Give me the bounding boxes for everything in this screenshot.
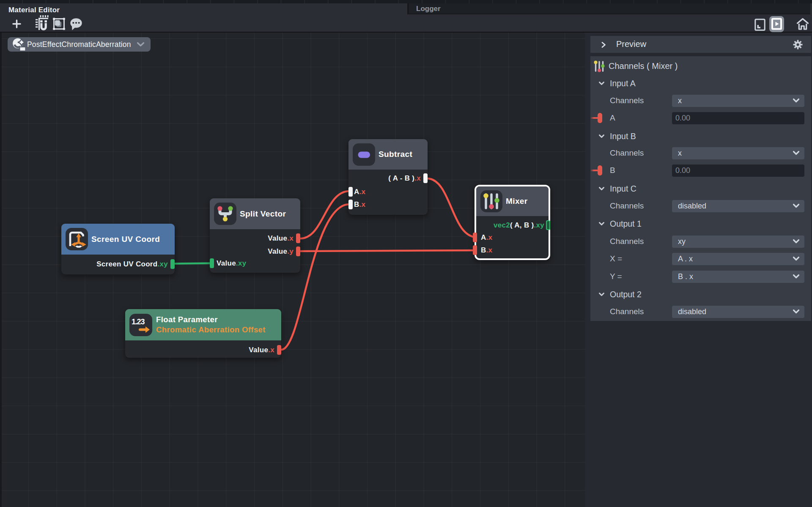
svg-text:1.23: 1.23 bbox=[132, 318, 145, 326]
